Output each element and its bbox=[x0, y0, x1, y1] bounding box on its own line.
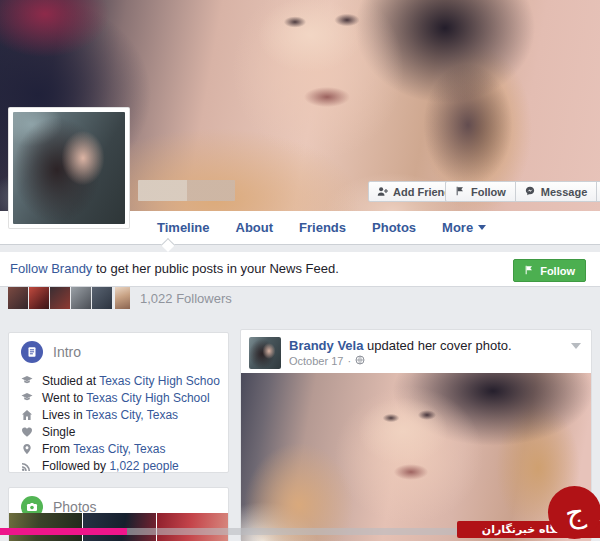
intro-text: Went to bbox=[42, 391, 86, 405]
tab-more[interactable]: More bbox=[429, 211, 499, 244]
follow-green-button[interactable]: Follow bbox=[513, 259, 586, 282]
home-icon bbox=[21, 409, 33, 421]
follow-green-label: Follow bbox=[540, 265, 575, 277]
follow-label: Follow bbox=[471, 186, 506, 198]
graduation-cap-icon bbox=[21, 392, 33, 404]
flag-icon bbox=[455, 186, 467, 198]
follow-brandy-link[interactable]: Follow Brandy bbox=[10, 261, 92, 276]
intro-header: Intro bbox=[21, 341, 81, 363]
follower-thumbnails bbox=[8, 287, 112, 309]
follow-banner-rest: to get her public posts in your News Fee… bbox=[92, 261, 338, 276]
post-menu-chevron-icon[interactable] bbox=[571, 343, 581, 349]
follower-thumb[interactable] bbox=[29, 287, 49, 309]
tab-about[interactable]: About bbox=[223, 211, 287, 244]
intro-item-went: Went to Texas City High School bbox=[21, 390, 220, 406]
tab-more-label: More bbox=[442, 211, 473, 244]
post-date-separator: · bbox=[347, 355, 351, 367]
messenger-icon bbox=[525, 186, 537, 198]
follower-thumb[interactable] bbox=[50, 287, 70, 309]
photo-thumb[interactable] bbox=[83, 513, 156, 541]
chevron-down-icon bbox=[478, 225, 486, 230]
follow-button[interactable]: Follow bbox=[446, 182, 515, 201]
graduation-cap-icon bbox=[21, 375, 33, 387]
intro-list: Studied at Texas City High School Went t… bbox=[21, 373, 220, 475]
intro-title: Intro bbox=[53, 344, 81, 360]
intro-item-relationship: Single bbox=[21, 424, 220, 440]
follow-banner: Follow Brandy to get her public posts in… bbox=[0, 252, 600, 287]
message-label: Message bbox=[541, 186, 587, 198]
post-date[interactable]: October 17 bbox=[289, 355, 343, 367]
watermark-logo: ج bbox=[548, 486, 600, 539]
intro-item-followed: Followed by 1,022 people bbox=[21, 458, 220, 474]
intro-link[interactable]: Texas City, Texas bbox=[86, 408, 178, 422]
intro-item-studied: Studied at Texas City High School bbox=[21, 373, 220, 389]
tab-timeline-label: Timeline bbox=[157, 211, 210, 244]
follow-banner-text: Follow Brandy to get her public posts in… bbox=[10, 261, 339, 276]
location-pin-icon bbox=[21, 443, 33, 455]
intro-text: Lives in bbox=[42, 408, 86, 422]
tab-friends[interactable]: Friends bbox=[286, 211, 359, 244]
post-meta: October 17 · bbox=[289, 355, 367, 367]
post-photo[interactable] bbox=[241, 373, 591, 541]
tab-photos-label: Photos bbox=[372, 211, 416, 244]
intro-item-lives: Lives in Texas City, Texas bbox=[21, 407, 220, 423]
photo-thumb[interactable] bbox=[157, 513, 229, 541]
post-author-avatar[interactable] bbox=[249, 337, 281, 369]
facebook-profile-page: Add Friend Follow Message … Timeline Abo… bbox=[0, 0, 600, 541]
person-plus-icon bbox=[377, 186, 389, 198]
video-progress-fill bbox=[0, 528, 127, 535]
redacted-profile-name bbox=[138, 180, 235, 201]
flag-icon bbox=[524, 265, 536, 277]
follower-thumb[interactable] bbox=[8, 287, 28, 309]
cover-button-group: Follow Message … bbox=[445, 181, 600, 202]
intro-link[interactable]: Texas City High School bbox=[99, 374, 220, 388]
followers-count: 1,022 Followers bbox=[140, 291, 232, 306]
intro-link[interactable]: Texas City High School bbox=[86, 391, 209, 405]
profile-picture[interactable] bbox=[8, 107, 130, 229]
intro-icon bbox=[21, 341, 43, 363]
post-action-text: updated her cover photo. bbox=[363, 338, 511, 353]
intro-link[interactable]: Texas City, Texas bbox=[73, 442, 165, 456]
tab-photos[interactable]: Photos bbox=[359, 211, 429, 244]
heart-icon bbox=[21, 426, 33, 438]
more-options-button[interactable]: … bbox=[596, 182, 600, 201]
intro-text: Single bbox=[42, 425, 75, 439]
followers-icon bbox=[21, 460, 33, 472]
post-header-text: Brandy Vela updated her cover photo. bbox=[289, 338, 512, 353]
message-button[interactable]: Message bbox=[515, 182, 596, 201]
photo-thumb[interactable] bbox=[9, 513, 82, 541]
add-friend-label: Add Friend bbox=[393, 186, 451, 198]
globe-icon bbox=[355, 355, 367, 367]
intro-text: Studied at bbox=[42, 374, 99, 388]
intro-link[interactable]: 1,022 people bbox=[109, 459, 178, 473]
intro-text: Followed by bbox=[42, 459, 109, 473]
photos-grid bbox=[9, 513, 229, 541]
intro-card: Intro Studied at Texas City High School … bbox=[8, 332, 229, 473]
follower-thumb[interactable] bbox=[71, 287, 91, 309]
follower-thumb[interactable] bbox=[92, 287, 112, 309]
profile-picture-image bbox=[13, 112, 125, 224]
intro-text: From bbox=[42, 442, 73, 456]
tab-friends-label: Friends bbox=[299, 211, 346, 244]
intro-item-from: From Texas City, Texas bbox=[21, 441, 220, 457]
watermark-letter: ج bbox=[562, 496, 587, 529]
tab-timeline[interactable]: Timeline bbox=[144, 211, 223, 244]
follower-avatar[interactable] bbox=[115, 287, 130, 309]
post-card: Brandy Vela updated her cover photo. Oct… bbox=[240, 329, 592, 541]
post-author-name[interactable]: Brandy Vela bbox=[289, 338, 363, 353]
tab-about-label: About bbox=[236, 211, 274, 244]
